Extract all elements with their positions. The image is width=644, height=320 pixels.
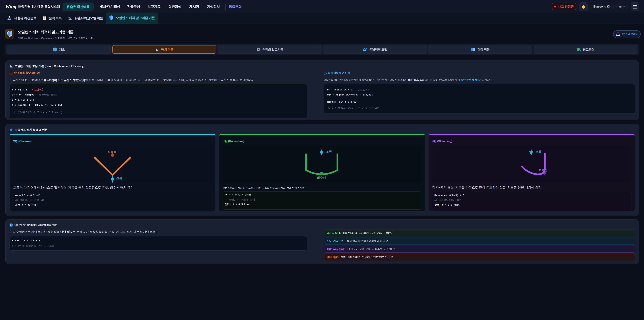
svg-text:조류: 조류 [116,177,122,180]
svg-text:집유점: 집유점 [108,150,116,154]
svg-text:12: 12 [10,224,12,225]
svg-text:34: 34 [10,225,12,226]
svg-text:회수선: 회수선 [317,176,326,179]
svg-text:조류: 조류 [536,150,542,153]
svg-text:회수점: 회수점 [538,168,548,172]
svg-text:조류: 조류 [326,150,332,153]
